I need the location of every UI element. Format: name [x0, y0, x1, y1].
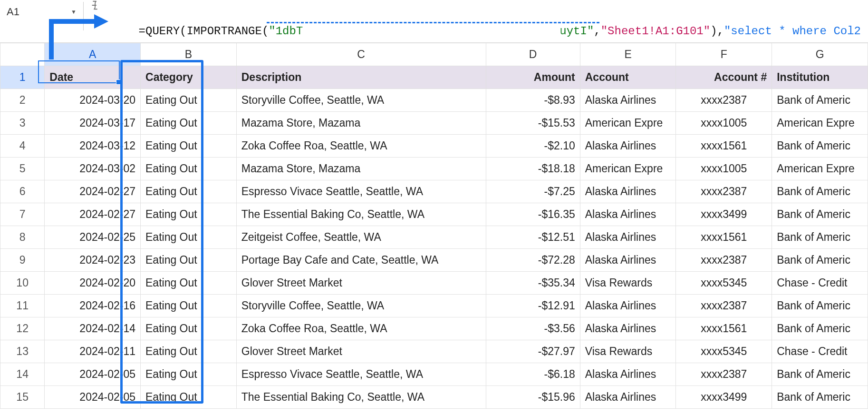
- row-header[interactable]: 3: [0, 112, 45, 135]
- cell-acctnum[interactable]: xxxx2387: [676, 363, 772, 386]
- cell-description[interactable]: Portage Bay Cafe and Cate, Seattle, WA: [236, 249, 486, 272]
- cell-amount[interactable]: -$2.10: [486, 135, 580, 158]
- cell-category[interactable]: Eating Out: [141, 295, 237, 317]
- cell-institution[interactable]: Bank of Americ: [772, 89, 868, 112]
- cell-category[interactable]: Eating Out: [141, 226, 237, 249]
- cell-amount[interactable]: -$6.18: [486, 363, 580, 386]
- fx-icon[interactable]: [84, 0, 107, 10]
- cell-amount[interactable]: -$27.97: [486, 340, 580, 363]
- cell-acctnum[interactable]: xxxx1561: [676, 135, 772, 158]
- cell-description[interactable]: Mazama Store, Mazama: [236, 112, 486, 135]
- cell-date[interactable]: 2024-03-12: [45, 135, 141, 158]
- cell-account[interactable]: Alaska Airlines: [580, 295, 676, 317]
- cell-institution[interactable]: Bank of Americ: [772, 363, 868, 386]
- cell-institution[interactable]: Bank of Americ: [772, 135, 868, 158]
- cell-description[interactable]: Espresso Vivace Seattle, Seattle, WA: [236, 363, 486, 386]
- cell-account[interactable]: Alaska Airlines: [580, 386, 676, 409]
- cell-date[interactable]: 2024-02-14: [45, 317, 141, 340]
- row-header[interactable]: 14: [0, 363, 45, 386]
- cell-category[interactable]: Eating Out: [141, 340, 237, 363]
- col-header-D[interactable]: D: [486, 43, 580, 66]
- cell-acctnum[interactable]: xxxx1561: [676, 317, 772, 340]
- cell-acctnum[interactable]: xxxx2387: [676, 295, 772, 317]
- col-header-B[interactable]: B: [141, 43, 237, 66]
- cell-amount[interactable]: -$18.18: [486, 158, 580, 180]
- cell-institution[interactable]: Chase - Credit: [772, 272, 868, 295]
- chevron-down-icon[interactable]: ▼: [71, 9, 77, 15]
- cell-date[interactable]: 2024-02-16: [45, 295, 141, 317]
- header-date[interactable]: Date: [45, 66, 141, 89]
- cell-acctnum[interactable]: xxxx1561: [676, 226, 772, 249]
- cell-acctnum[interactable]: xxxx5345: [676, 340, 772, 363]
- cell-description[interactable]: The Essential Baking Co, Seattle, WA: [236, 386, 486, 409]
- cell-description[interactable]: Mazama Store, Mazama: [236, 158, 486, 180]
- header-account[interactable]: Account: [580, 66, 676, 89]
- cell-institution[interactable]: Bank of Americ: [772, 249, 868, 272]
- cell-description[interactable]: Zeitgeist Coffee, Seattle, WA: [236, 226, 486, 249]
- cell-category[interactable]: Eating Out: [141, 317, 237, 340]
- cell-amount[interactable]: -$16.35: [486, 203, 580, 226]
- cell-date[interactable]: 2024-03-17: [45, 112, 141, 135]
- row-header[interactable]: 10: [0, 272, 45, 295]
- row-header[interactable]: 12: [0, 317, 45, 340]
- row-header[interactable]: 4: [0, 135, 45, 158]
- cell-account[interactable]: Alaska Airlines: [580, 180, 676, 203]
- cell-acctnum[interactable]: xxxx1005: [676, 158, 772, 180]
- header-category[interactable]: Category: [141, 66, 237, 89]
- cell-amount[interactable]: -$15.53: [486, 112, 580, 135]
- cell-amount[interactable]: -$12.91: [486, 295, 580, 317]
- cell-acctnum[interactable]: xxxx5345: [676, 272, 772, 295]
- header-institution[interactable]: Institution: [772, 66, 868, 89]
- cell-account[interactable]: Visa Rewards: [580, 340, 676, 363]
- row-header[interactable]: 13: [0, 340, 45, 363]
- spreadsheet-grid[interactable]: A B C D E F G 1 Date Category Descriptio…: [0, 43, 868, 409]
- row-header[interactable]: 2: [0, 89, 45, 112]
- cell-acctnum[interactable]: xxxx1005: [676, 112, 772, 135]
- cell-account[interactable]: American Expre: [580, 158, 676, 180]
- col-header-A[interactable]: A: [45, 43, 141, 66]
- cell-category[interactable]: Eating Out: [141, 158, 237, 180]
- cell-acctnum[interactable]: xxxx2387: [676, 89, 772, 112]
- cell-description[interactable]: Storyville Coffee, Seattle, WA: [236, 295, 486, 317]
- cell-institution[interactable]: Chase - Credit: [772, 340, 868, 363]
- cell-date[interactable]: 2024-03-02: [45, 158, 141, 180]
- cell-category[interactable]: Eating Out: [141, 112, 237, 135]
- cell-date[interactable]: 2024-02-20: [45, 272, 141, 295]
- cell-category[interactable]: Eating Out: [141, 89, 237, 112]
- row-header[interactable]: 15: [0, 386, 45, 409]
- col-header-E[interactable]: E: [580, 43, 676, 66]
- cell-date[interactable]: 2024-02-11: [45, 340, 141, 363]
- select-all-corner[interactable]: [0, 43, 45, 66]
- cell-category[interactable]: Eating Out: [141, 249, 237, 272]
- cell-date[interactable]: 2024-02-27: [45, 180, 141, 203]
- cell-acctnum[interactable]: xxxx2387: [676, 249, 772, 272]
- cell-acctnum[interactable]: xxxx3499: [676, 203, 772, 226]
- cell-account[interactable]: Alaska Airlines: [580, 89, 676, 112]
- col-header-G[interactable]: G: [772, 43, 868, 66]
- header-amount[interactable]: Amount: [486, 66, 580, 89]
- header-description[interactable]: Description: [236, 66, 486, 89]
- cell-category[interactable]: Eating Out: [141, 386, 237, 409]
- cell-category[interactable]: Eating Out: [141, 272, 237, 295]
- cell-date[interactable]: 2024-02-05: [45, 363, 141, 386]
- name-box[interactable]: A1 ▼: [0, 0, 83, 24]
- cell-date[interactable]: 2024-02-05: [45, 386, 141, 409]
- row-header-1[interactable]: 1: [0, 66, 45, 89]
- cell-description[interactable]: Espresso Vivace Seattle, Seattle, WA: [236, 180, 486, 203]
- cell-amount[interactable]: -$12.51: [486, 226, 580, 249]
- cell-amount[interactable]: -$72.28: [486, 249, 580, 272]
- cell-date[interactable]: 2024-02-25: [45, 226, 141, 249]
- row-header[interactable]: 7: [0, 203, 45, 226]
- cell-account[interactable]: Alaska Airlines: [580, 226, 676, 249]
- row-header[interactable]: 9: [0, 249, 45, 272]
- row-header[interactable]: 11: [0, 295, 45, 317]
- row-header[interactable]: 5: [0, 158, 45, 180]
- cell-date[interactable]: 2024-02-23: [45, 249, 141, 272]
- cell-institution[interactable]: Bank of Americ: [772, 386, 868, 409]
- cell-account[interactable]: Alaska Airlines: [580, 135, 676, 158]
- cell-account[interactable]: Alaska Airlines: [580, 317, 676, 340]
- row-header[interactable]: 8: [0, 226, 45, 249]
- cell-account[interactable]: American Expre: [580, 112, 676, 135]
- cell-description[interactable]: The Essential Baking Co, Seattle, WA: [236, 203, 486, 226]
- cell-account[interactable]: Alaska Airlines: [580, 203, 676, 226]
